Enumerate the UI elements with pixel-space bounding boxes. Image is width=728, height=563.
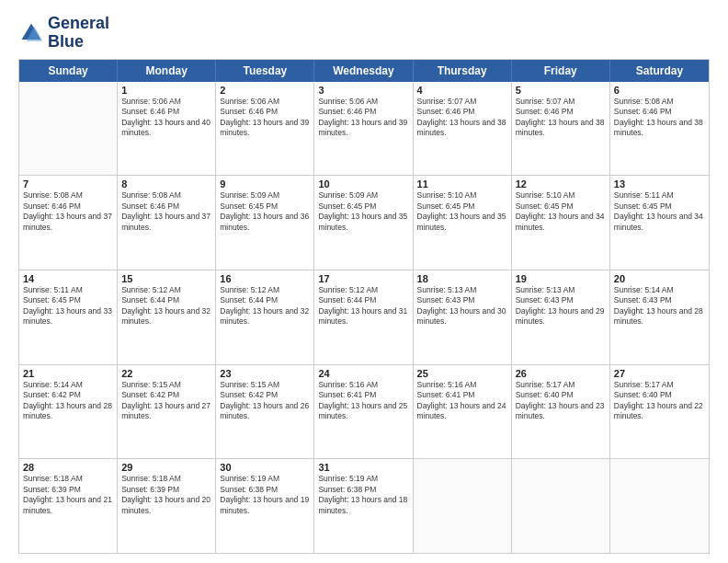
cell-sun-info: Sunrise: 5:13 AM Sunset: 6:43 PM Dayligh…: [516, 285, 606, 327]
cell-sun-info: Sunrise: 5:08 AM Sunset: 6:46 PM Dayligh…: [614, 97, 705, 139]
day-number: 8: [121, 178, 211, 190]
calendar-cell: 12Sunrise: 5:10 AM Sunset: 6:45 PM Dayli…: [512, 176, 610, 270]
day-number: 20: [614, 273, 705, 284]
cell-sun-info: Sunrise: 5:15 AM Sunset: 6:42 PM Dayligh…: [220, 380, 310, 422]
calendar-cell: 25Sunrise: 5:16 AM Sunset: 6:41 PM Dayli…: [414, 365, 512, 459]
calendar-week-1: 1Sunrise: 5:06 AM Sunset: 6:46 PM Daylig…: [19, 82, 709, 176]
calendar-cell: 20Sunrise: 5:14 AM Sunset: 6:43 PM Dayli…: [610, 270, 709, 364]
day-number: 1: [121, 85, 211, 96]
day-number: 29: [121, 462, 211, 473]
day-number: 16: [220, 273, 310, 284]
calendar-cell: 23Sunrise: 5:15 AM Sunset: 6:42 PM Dayli…: [216, 365, 314, 459]
cell-sun-info: Sunrise: 5:16 AM Sunset: 6:41 PM Dayligh…: [318, 380, 408, 422]
calendar-week-5: 28Sunrise: 5:18 AM Sunset: 6:39 PM Dayli…: [19, 458, 709, 553]
calendar-cell: 21Sunrise: 5:14 AM Sunset: 6:42 PM Dayli…: [19, 365, 118, 459]
cell-sun-info: Sunrise: 5:09 AM Sunset: 6:45 PM Dayligh…: [318, 190, 408, 233]
day-number: 26: [516, 368, 606, 379]
cell-sun-info: Sunrise: 5:14 AM Sunset: 6:42 PM Dayligh…: [23, 380, 113, 422]
calendar-cell: 2Sunrise: 5:06 AM Sunset: 6:46 PM Daylig…: [216, 82, 314, 176]
calendar-cell: 19Sunrise: 5:13 AM Sunset: 6:43 PM Dayli…: [512, 270, 610, 364]
cell-sun-info: Sunrise: 5:15 AM Sunset: 6:42 PM Dayligh…: [121, 380, 211, 422]
day-number: 22: [121, 368, 211, 379]
day-number: 3: [318, 85, 408, 96]
cell-sun-info: Sunrise: 5:11 AM Sunset: 6:45 PM Dayligh…: [614, 190, 705, 233]
day-number: 31: [318, 462, 408, 473]
day-number: 2: [220, 85, 310, 96]
cell-sun-info: Sunrise: 5:13 AM Sunset: 6:43 PM Dayligh…: [417, 285, 507, 327]
calendar-cell: 10Sunrise: 5:09 AM Sunset: 6:45 PM Dayli…: [314, 176, 413, 270]
day-number: 23: [220, 368, 310, 379]
header-day-friday: Friday: [512, 60, 610, 82]
calendar-week-4: 21Sunrise: 5:14 AM Sunset: 6:42 PM Dayli…: [19, 364, 709, 459]
calendar-cell: 5Sunrise: 5:07 AM Sunset: 6:46 PM Daylig…: [512, 82, 610, 176]
calendar-cell: 8Sunrise: 5:08 AM Sunset: 6:46 PM Daylig…: [118, 176, 216, 270]
day-number: 4: [417, 85, 507, 96]
cell-sun-info: Sunrise: 5:18 AM Sunset: 6:39 PM Dayligh…: [121, 474, 211, 516]
cell-sun-info: Sunrise: 5:12 AM Sunset: 6:44 PM Dayligh…: [121, 285, 211, 327]
cell-sun-info: Sunrise: 5:06 AM Sunset: 6:46 PM Dayligh…: [121, 97, 211, 139]
calendar-cell: 6Sunrise: 5:08 AM Sunset: 6:46 PM Daylig…: [610, 82, 709, 176]
calendar-cell: 4Sunrise: 5:07 AM Sunset: 6:46 PM Daylig…: [414, 82, 512, 176]
calendar-cell: 26Sunrise: 5:17 AM Sunset: 6:40 PM Dayli…: [512, 365, 610, 459]
calendar-cell: 14Sunrise: 5:11 AM Sunset: 6:45 PM Dayli…: [19, 270, 118, 364]
cell-sun-info: Sunrise: 5:17 AM Sunset: 6:40 PM Dayligh…: [516, 380, 606, 422]
day-number: 12: [516, 178, 606, 190]
calendar-week-3: 14Sunrise: 5:11 AM Sunset: 6:45 PM Dayli…: [19, 270, 709, 364]
cell-sun-info: Sunrise: 5:17 AM Sunset: 6:40 PM Dayligh…: [614, 380, 705, 422]
day-number: 7: [23, 178, 113, 190]
calendar-cell: 9Sunrise: 5:09 AM Sunset: 6:45 PM Daylig…: [216, 176, 314, 270]
calendar-cell: 27Sunrise: 5:17 AM Sunset: 6:40 PM Dayli…: [610, 365, 709, 459]
cell-sun-info: Sunrise: 5:12 AM Sunset: 6:44 PM Dayligh…: [220, 285, 310, 327]
cell-sun-info: Sunrise: 5:12 AM Sunset: 6:44 PM Dayligh…: [318, 285, 408, 327]
cell-sun-info: Sunrise: 5:08 AM Sunset: 6:46 PM Dayligh…: [121, 190, 211, 233]
calendar-cell: 18Sunrise: 5:13 AM Sunset: 6:43 PM Dayli…: [414, 270, 512, 364]
day-number: 30: [220, 462, 310, 473]
calendar-cell: 30Sunrise: 5:19 AM Sunset: 6:38 PM Dayli…: [216, 459, 314, 553]
calendar-cell: [610, 459, 709, 553]
calendar-cell: 31Sunrise: 5:19 AM Sunset: 6:38 PM Dayli…: [314, 459, 413, 553]
day-number: 10: [318, 178, 408, 190]
calendar-cell: 13Sunrise: 5:11 AM Sunset: 6:45 PM Dayli…: [610, 176, 709, 270]
calendar-cell: 29Sunrise: 5:18 AM Sunset: 6:39 PM Dayli…: [118, 459, 216, 553]
cell-sun-info: Sunrise: 5:14 AM Sunset: 6:43 PM Dayligh…: [614, 285, 705, 327]
day-number: 28: [23, 462, 113, 473]
calendar-body: 1Sunrise: 5:06 AM Sunset: 6:46 PM Daylig…: [19, 82, 709, 553]
cell-sun-info: Sunrise: 5:09 AM Sunset: 6:45 PM Dayligh…: [220, 190, 310, 233]
calendar-cell: 1Sunrise: 5:06 AM Sunset: 6:46 PM Daylig…: [118, 82, 216, 176]
cell-sun-info: Sunrise: 5:06 AM Sunset: 6:46 PM Dayligh…: [318, 97, 408, 139]
logo-text: General Blue: [48, 15, 109, 52]
cell-sun-info: Sunrise: 5:19 AM Sunset: 6:38 PM Dayligh…: [318, 474, 408, 516]
day-number: 19: [516, 273, 606, 284]
calendar-cell: 3Sunrise: 5:06 AM Sunset: 6:46 PM Daylig…: [314, 82, 413, 176]
page: General Blue SundayMondayTuesdayWednesda…: [0, 0, 728, 563]
calendar-cell: 11Sunrise: 5:10 AM Sunset: 6:45 PM Dayli…: [414, 176, 512, 270]
calendar-cell: 24Sunrise: 5:16 AM Sunset: 6:41 PM Dayli…: [314, 365, 413, 459]
logo: General Blue: [18, 15, 109, 52]
header-day-saturday: Saturday: [610, 60, 709, 82]
cell-sun-info: Sunrise: 5:19 AM Sunset: 6:38 PM Dayligh…: [220, 474, 310, 516]
calendar-header: SundayMondayTuesdayWednesdayThursdayFrid…: [19, 60, 709, 82]
calendar-cell: 22Sunrise: 5:15 AM Sunset: 6:42 PM Dayli…: [118, 365, 216, 459]
cell-sun-info: Sunrise: 5:11 AM Sunset: 6:45 PM Dayligh…: [23, 285, 113, 327]
calendar-cell: 17Sunrise: 5:12 AM Sunset: 6:44 PM Dayli…: [314, 270, 413, 364]
calendar-cell: 15Sunrise: 5:12 AM Sunset: 6:44 PM Dayli…: [118, 270, 216, 364]
header-day-monday: Monday: [118, 60, 216, 82]
header-day-wednesday: Wednesday: [314, 60, 413, 82]
day-number: 27: [614, 368, 705, 379]
day-number: 6: [614, 85, 705, 96]
calendar-cell: [414, 459, 512, 553]
day-number: 11: [417, 178, 507, 190]
day-number: 18: [417, 273, 507, 284]
calendar-week-2: 7Sunrise: 5:08 AM Sunset: 6:46 PM Daylig…: [19, 175, 709, 270]
calendar-cell: 7Sunrise: 5:08 AM Sunset: 6:46 PM Daylig…: [19, 176, 118, 270]
day-number: 21: [23, 368, 113, 379]
cell-sun-info: Sunrise: 5:16 AM Sunset: 6:41 PM Dayligh…: [417, 380, 507, 422]
calendar-cell: [19, 82, 118, 176]
cell-sun-info: Sunrise: 5:06 AM Sunset: 6:46 PM Dayligh…: [220, 97, 310, 139]
day-number: 17: [318, 273, 408, 284]
cell-sun-info: Sunrise: 5:10 AM Sunset: 6:45 PM Dayligh…: [516, 190, 606, 233]
calendar-cell: [512, 459, 610, 553]
day-number: 13: [614, 178, 705, 190]
header-day-sunday: Sunday: [19, 60, 118, 82]
day-number: 15: [121, 273, 211, 284]
